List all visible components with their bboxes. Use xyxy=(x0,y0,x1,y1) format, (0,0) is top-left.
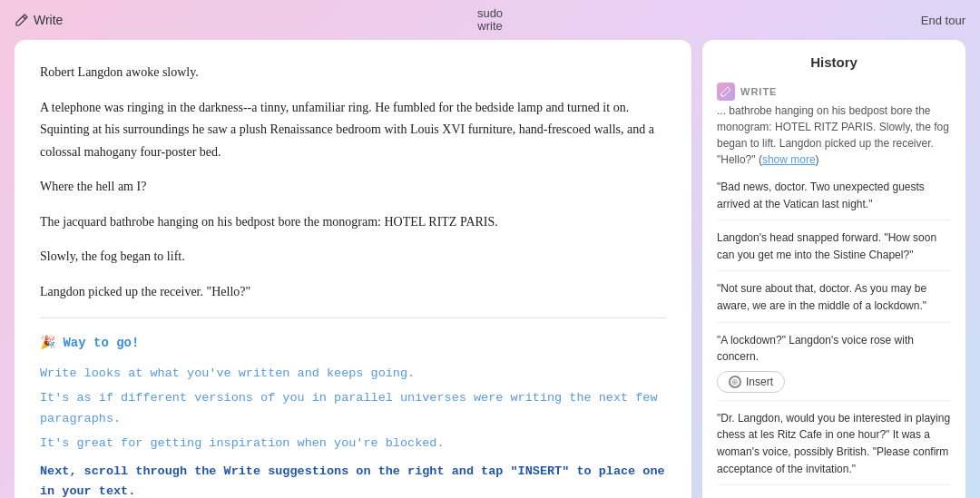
paragraph-6: Langdon picked up the receiver. "Hello?" xyxy=(40,281,666,304)
paragraph-5: Slowly, the fog began to lift. xyxy=(40,246,666,269)
history-entry-3: "A lockdown?" Langdon's voice rose with … xyxy=(717,332,951,401)
write-badge-row: WRITE xyxy=(717,83,951,101)
divider xyxy=(40,317,666,318)
end-tour-button[interactable]: End tour xyxy=(921,14,965,27)
logo: sudo write xyxy=(477,7,503,34)
write-badge-icon xyxy=(717,83,735,101)
paragraph-1: Robert Langdon awoke slowly. xyxy=(40,62,666,84)
history-title: History xyxy=(717,54,951,70)
paragraph-2: A telephone was ringing in the darkness-… xyxy=(40,97,666,164)
write-button[interactable]: Write xyxy=(15,13,63,27)
pencil-icon xyxy=(15,13,29,27)
editor-text: Robert Langdon awoke slowly. A telephone… xyxy=(40,62,666,303)
logo-write: write xyxy=(477,20,503,33)
suggestion-line-2: It's as if different versions of you in … xyxy=(40,388,666,430)
header-left: Write xyxy=(15,13,63,27)
history-write-entry: WRITE ... bathrobe hanging on his bedpos… xyxy=(717,83,951,170)
way-to-go-label: 🎉 Way to go! xyxy=(40,333,139,355)
editor-panel[interactable]: Robert Langdon awoke slowly. A telephone… xyxy=(15,40,691,498)
paragraph-4: The jacquard bathrobe hanging on his bed… xyxy=(40,211,666,234)
write-button-label: Write xyxy=(34,13,63,27)
insert-button-1[interactable]: ⊕ Insert xyxy=(717,371,785,393)
history-entry-5: "Who is this?" Langdon asked, irritably. xyxy=(717,494,951,498)
suggestion-header: 🎉 Way to go! xyxy=(40,333,666,355)
write-icon xyxy=(720,86,731,97)
show-more-link[interactable]: show more xyxy=(762,153,816,166)
history-excerpt: ... bathrobe hanging on his bedpost bore… xyxy=(717,103,951,168)
history-entry-0: "Bad news, doctor. Two unexpected guests… xyxy=(717,179,951,220)
history-panel: History WRITE ... bathrobe hanging on hi… xyxy=(702,40,965,498)
write-badge-label: WRITE xyxy=(740,86,777,97)
suggestion-bold: Next, scroll through the Write suggestio… xyxy=(40,462,666,498)
history-entry-1: Langdon's head snapped forward. "How soo… xyxy=(717,229,951,271)
paragraph-3: Where the hell am I? xyxy=(40,176,666,199)
header: Write sudo write End tour xyxy=(0,0,980,40)
suggestion-area: 🎉 Way to go! Write looks at what you've … xyxy=(40,333,666,498)
suggestion-line-1: Write looks at what you've written and k… xyxy=(40,364,666,385)
main-content: Robert Langdon awoke slowly. A telephone… xyxy=(0,40,980,498)
logo-sudo: sudo xyxy=(477,7,503,20)
history-entry-4: "Dr. Langdon, would you be interested in… xyxy=(717,410,951,485)
insert-icon-1: ⊕ xyxy=(729,376,741,388)
suggestion-line-3: It's great for getting inspiration when … xyxy=(40,434,666,454)
history-entry-2: "Not sure about that, doctor. As you may… xyxy=(717,280,951,322)
